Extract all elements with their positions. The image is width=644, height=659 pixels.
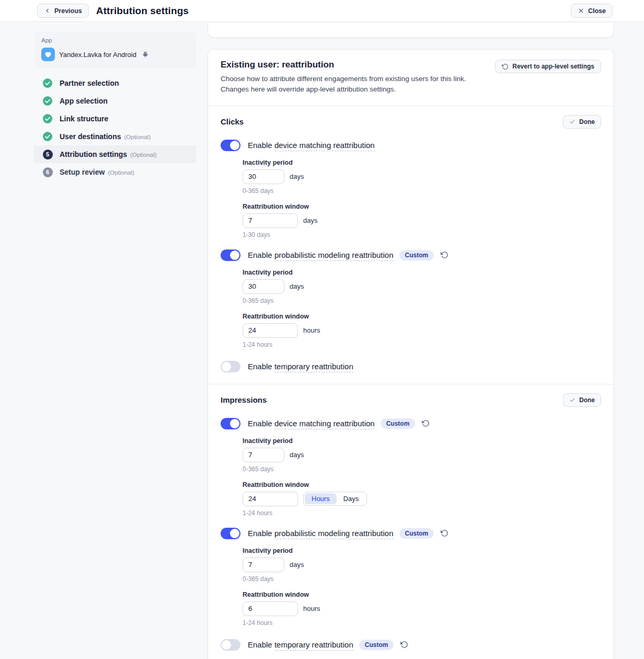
impressions-section-title: Impressions	[221, 395, 267, 404]
toggle-label: Enable device matching reattribution	[248, 141, 375, 150]
unit-label: hours	[303, 605, 320, 612]
clicks-section-title: Clicks	[221, 117, 244, 126]
clicks-dm-inactivity-input[interactable]	[243, 169, 284, 184]
impressions-temporary-row: Enable temporary reattribution Custom	[221, 639, 601, 651]
top-bar: Previous Attribution settings Close	[0, 0, 644, 22]
sidebar-item-partner-selection[interactable]: Partner selection	[34, 74, 196, 92]
impressions-dm-inactivity-input[interactable]	[243, 448, 284, 462]
close-button[interactable]: Close	[571, 4, 613, 18]
toggle-label: Enable probabilistic modeling reattribut…	[248, 529, 394, 538]
reattribution-window-field: Reattribution window days 1-30 days	[243, 203, 601, 238]
revert-icon	[502, 63, 509, 70]
step-number-badge: 5	[42, 149, 53, 160]
clicks-done-button[interactable]: Done	[563, 115, 601, 129]
inactivity-period-field: Inactivity period days 0-365 days	[243, 437, 601, 473]
step-number-badge: 6	[42, 167, 53, 177]
clicks-dm-window-input[interactable]	[243, 213, 298, 228]
toggle-label: Enable device matching reattribution	[248, 419, 375, 428]
device-matching-term[interactable]: device matching reattribution	[274, 141, 375, 151]
unit-label: days	[290, 173, 304, 180]
revert-button-label: Revert to app-level settings	[512, 63, 594, 70]
revert-icon-button[interactable]	[441, 251, 448, 259]
reattribution-window-field: Reattribution window Hours Days 1-24 hou…	[243, 481, 601, 517]
step-label: Attribution settings(Optional)	[60, 150, 157, 158]
impressions-pm-inactivity-input[interactable]	[243, 558, 284, 572]
step-label: App selection	[60, 97, 108, 105]
check-icon	[569, 119, 576, 125]
check-circle-icon	[42, 96, 53, 106]
revert-icon-button[interactable]	[400, 641, 408, 649]
check-icon	[569, 397, 576, 403]
impressions-device-matching-row: Enable device matching reattribution Cus…	[221, 418, 601, 429]
clicks-device-matching-toggle[interactable]	[221, 140, 240, 151]
clicks-probabilistic-row: Enable probabilistic modeling reattribut…	[221, 249, 601, 261]
impressions-probabilistic-row: Enable probabilistic modeling reattribut…	[221, 528, 601, 539]
custom-badge: Custom	[381, 418, 416, 429]
optional-tag: (Optional)	[124, 134, 151, 140]
toggle-label: Enable temporary reattribution	[248, 362, 353, 371]
unit-label: days	[290, 561, 304, 569]
probabilistic-modeling-term[interactable]: probabilistic modeling reattribution	[274, 529, 394, 539]
optional-tag: (Optional)	[108, 169, 134, 176]
device-matching-term[interactable]: device matching reattribution	[274, 419, 375, 429]
sidebar-item-setup-review[interactable]: 6 Setup review(Optional)	[34, 163, 196, 181]
clicks-temporary-toggle[interactable]	[221, 361, 240, 372]
sidebar-item-user-destinations[interactable]: User destinations(Optional)	[34, 128, 196, 145]
app-box: App Yandex.Lavka for Android	[34, 31, 196, 68]
app-name: Yandex.Lavka for Android	[59, 51, 136, 59]
range-hint: 0-365 days	[243, 575, 601, 583]
android-icon	[142, 51, 149, 58]
check-circle-icon	[42, 113, 53, 124]
custom-badge: Custom	[399, 528, 434, 539]
clicks-pm-inactivity-input[interactable]	[243, 279, 284, 294]
inactivity-period-field: Inactivity period days 0-365 days	[243, 269, 601, 304]
close-label: Close	[588, 7, 606, 15]
hours-option[interactable]: Hours	[305, 493, 337, 504]
temporary-reattribution-term[interactable]: temporary reattribution	[274, 640, 353, 651]
inactivity-period-field: Inactivity period days 0-365 days	[243, 159, 601, 195]
app-section-label: App	[41, 37, 189, 43]
step-label: Link structure	[60, 115, 108, 123]
unit-label: days	[290, 282, 304, 290]
sidebar-item-link-structure[interactable]: Link structure	[34, 110, 196, 128]
clicks-device-matching-row: Enable device matching reattribution	[221, 140, 601, 151]
impressions-dm-window-input[interactable]	[243, 492, 298, 506]
impressions-probabilistic-toggle[interactable]	[221, 528, 240, 539]
unit-label: days	[290, 451, 304, 459]
impressions-pm-window-input[interactable]	[243, 601, 298, 616]
check-circle-icon	[42, 78, 53, 88]
toggle-label: Enable temporary reattribution	[248, 640, 353, 649]
range-hint: 0-365 days	[243, 465, 601, 473]
steps-sidebar: App Yandex.Lavka for Android Partner sel…	[34, 22, 196, 659]
chevron-left-icon	[44, 7, 51, 14]
custom-badge: Custom	[399, 250, 434, 260]
range-hint: 1-30 days	[243, 231, 601, 238]
clicks-pm-window-input[interactable]	[243, 323, 298, 338]
temporary-reattribution-term[interactable]: temporary reattribution	[274, 362, 353, 372]
sidebar-item-app-selection[interactable]: App selection	[34, 92, 196, 110]
optional-tag: (Optional)	[130, 152, 157, 158]
probabilistic-modeling-term[interactable]: probabilistic modeling reattribution	[274, 251, 394, 261]
previous-card-edge	[208, 23, 614, 38]
sidebar-item-attribution-settings[interactable]: 5 Attribution settings(Optional)	[34, 145, 196, 163]
card-title: Existing user: reattribution	[221, 60, 495, 70]
revert-to-app-level-button[interactable]: Revert to app-level settings	[495, 60, 601, 73]
step-label: Partner selection	[60, 79, 119, 87]
impressions-section: Impressions Done Enable device matching …	[208, 384, 614, 659]
impressions-temporary-toggle[interactable]	[221, 639, 240, 651]
revert-icon-button[interactable]	[422, 419, 430, 427]
previous-button[interactable]: Previous	[37, 4, 89, 18]
revert-icon-button[interactable]	[441, 529, 448, 537]
impressions-done-button[interactable]: Done	[563, 393, 601, 407]
reattribution-card: Existing user: reattribution Choose how …	[208, 49, 614, 659]
unit-label: hours	[303, 326, 320, 334]
clicks-section: Clicks Done Enable device matching reatt…	[208, 106, 614, 384]
days-option[interactable]: Days	[337, 493, 366, 504]
clicks-temporary-row: Enable temporary reattribution	[221, 361, 601, 372]
clicks-probabilistic-toggle[interactable]	[221, 249, 240, 261]
unit-segmented-control: Hours Days	[303, 492, 367, 506]
custom-badge: Custom	[359, 640, 394, 650]
impressions-device-matching-toggle[interactable]	[221, 418, 240, 429]
card-description: Choose how to attribute different engage…	[221, 74, 495, 95]
reattribution-window-field: Reattribution window hours 1-24 hours	[243, 313, 601, 348]
